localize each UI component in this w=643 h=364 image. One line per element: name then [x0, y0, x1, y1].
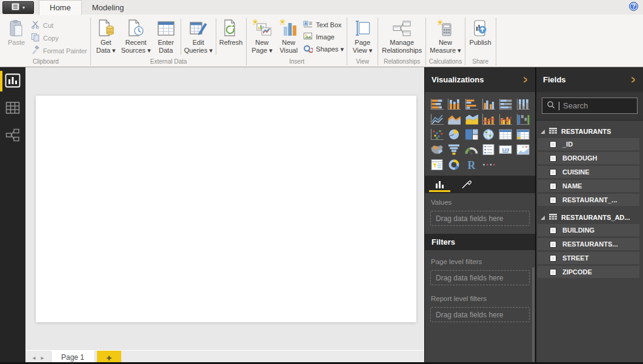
- viz-icon-multi-row-card[interactable]: [481, 143, 497, 156]
- field-checkbox[interactable]: [550, 184, 556, 189]
- report-view-icon: [5, 73, 21, 88]
- new-measure-label-1: New: [439, 39, 452, 47]
- new-measure-button[interactable]: New Measure ▾: [428, 17, 462, 54]
- get-data-button[interactable]: Get Data ▾: [93, 17, 119, 54]
- viz-icon-100-stacked-column-chart[interactable]: [515, 98, 531, 111]
- viz-icon-scatter-chart[interactable]: [429, 128, 445, 141]
- viz-icon-funnel[interactable]: [446, 143, 462, 156]
- new-visual-button[interactable]: New Visual: [275, 17, 302, 54]
- field-checkbox[interactable]: [550, 228, 556, 233]
- get-data-label-2: Data ▾: [96, 47, 116, 55]
- collapse-fields-chevron[interactable]: >: [631, 73, 635, 87]
- shapes-icon: [303, 44, 313, 54]
- field-row[interactable]: NAME: [538, 180, 639, 192]
- report-level-filters-drop-zone[interactable]: Drag data fields here: [430, 307, 530, 322]
- viz-icon-line-chart[interactable]: [429, 113, 445, 126]
- collapse-visualizations-chevron[interactable]: >: [524, 73, 527, 87]
- viz-icon-gauge[interactable]: [463, 143, 479, 156]
- viz-icon-treemap[interactable]: [463, 128, 479, 141]
- field-row[interactable]: CUISINE: [538, 166, 639, 178]
- page-level-filters-drop-zone[interactable]: Drag data fields here: [430, 270, 530, 285]
- field-row[interactable]: BUILDING: [538, 224, 639, 236]
- viz-icon-stacked-column-chart[interactable]: [446, 98, 462, 111]
- viz-icon-map[interactable]: [481, 128, 497, 141]
- report-view-button[interactable]: [4, 73, 22, 88]
- field-checkbox[interactable]: [550, 170, 556, 175]
- search-input[interactable]: [563, 101, 633, 110]
- report-canvas[interactable]: [25, 67, 424, 350]
- viz-icon-line-and-clustered-column-chart[interactable]: [498, 113, 514, 126]
- viz-icon-area-chart[interactable]: [446, 113, 462, 126]
- report-page[interactable]: [36, 96, 416, 322]
- relationships-view-button[interactable]: [4, 127, 22, 143]
- viz-icon-table[interactable]: [498, 128, 514, 141]
- viz-icon-kpi[interactable]: [515, 143, 531, 156]
- data-view-button[interactable]: [4, 100, 22, 116]
- viz-icon-100-stacked-bar-chart[interactable]: [498, 98, 514, 111]
- ribbon-tab-home[interactable]: Home: [39, 0, 82, 15]
- copy-button: Copy: [31, 33, 87, 43]
- field-row[interactable]: STREET: [538, 252, 639, 264]
- field-row[interactable]: _ID: [538, 138, 639, 150]
- viz-icon-clustered-column-chart[interactable]: [481, 98, 497, 111]
- shapes-button[interactable]: Shapes ▾: [303, 44, 344, 54]
- view-group: Page View ▾ View: [347, 16, 378, 67]
- text-box-button[interactable]: A Text Box: [303, 20, 344, 30]
- values-drop-zone[interactable]: Drag data fields here: [430, 211, 530, 226]
- next-page-arrow[interactable]: ▸: [41, 354, 44, 361]
- insert-group: New Page ▾ New Visual A Text Box: [247, 16, 347, 67]
- field-row[interactable]: RESTAURANTS...: [538, 238, 639, 250]
- expand-collapse-triangle[interactable]: [541, 216, 545, 220]
- viz-icon-stacked-bar-chart[interactable]: [429, 98, 445, 111]
- page-view-button[interactable]: Page View ▾: [349, 17, 376, 54]
- viz-icon-waterfall-chart[interactable]: [515, 113, 531, 126]
- cut-label: Cut: [43, 22, 53, 29]
- ribbon-tab-modeling[interactable]: Modeling: [82, 1, 135, 15]
- viz-icon-filled-map[interactable]: [429, 143, 445, 156]
- viz-icon-card[interactable]: 123: [498, 143, 514, 156]
- enter-data-button[interactable]: Enter Data: [153, 17, 179, 54]
- field-checkbox[interactable]: [550, 142, 556, 147]
- svg-text:R: R: [467, 159, 476, 171]
- new-page-button[interactable]: New Page ▾: [248, 17, 275, 54]
- field-name: CUISINE: [562, 168, 590, 176]
- viz-icon-slicer[interactable]: [429, 158, 445, 171]
- viz-icon-more-options[interactable]: [481, 158, 497, 171]
- edit-queries-button[interactable]: Edit Queries ▾: [182, 17, 215, 54]
- viz-icon-pie-chart[interactable]: [446, 128, 462, 141]
- get-data-icon: [96, 18, 116, 39]
- viz-icon-r-script-visual[interactable]: R: [463, 158, 479, 171]
- field-row[interactable]: ZIPCODE: [538, 266, 639, 278]
- refresh-button[interactable]: Refresh: [218, 17, 245, 47]
- field-checkbox[interactable]: [550, 256, 556, 261]
- publish-button[interactable]: Publish: [467, 17, 494, 47]
- viz-icon-stacked-area-chart[interactable]: [463, 113, 479, 126]
- manage-relationships-button[interactable]: Manage Relationships: [380, 17, 424, 54]
- fields-header: Fields >: [536, 67, 643, 92]
- viz-icon-clustered-bar-chart[interactable]: [463, 98, 479, 111]
- field-search-box[interactable]: [542, 98, 638, 114]
- expand-collapse-triangle[interactable]: [541, 130, 545, 134]
- viz-icon-line-and-stacked-column-chart[interactable]: [481, 113, 497, 126]
- file-menu-button[interactable]: ▾: [2, 1, 34, 14]
- field-checkbox[interactable]: [550, 156, 556, 161]
- format-pane-tab[interactable]: [458, 176, 476, 193]
- table-header-restaurants[interactable]: RESTAURANTS: [536, 125, 643, 138]
- values-section: Values Drag data fields here: [425, 193, 535, 234]
- view-switcher-sidebar: [0, 67, 25, 364]
- image-button[interactable]: Image: [303, 32, 344, 42]
- field-row[interactable]: BOROUGH: [538, 152, 639, 164]
- visualizations-scrollbar[interactable]: [532, 267, 535, 364]
- field-checkbox[interactable]: [550, 242, 556, 247]
- recent-sources-button[interactable]: Recent Sources ▾: [119, 17, 153, 54]
- help-icon[interactable]: ?: [629, 2, 638, 11]
- viz-icon-donut-chart[interactable]: [446, 158, 462, 171]
- svg-text:A: A: [304, 21, 307, 25]
- table-header-restaurants-addresses[interactable]: RESTAURANTS_AD...: [536, 211, 643, 224]
- fields-pane-tab[interactable]: [431, 176, 448, 193]
- field-checkbox[interactable]: [550, 197, 556, 203]
- viz-icon-matrix[interactable]: [515, 128, 531, 141]
- field-checkbox[interactable]: [550, 270, 556, 275]
- field-row[interactable]: RESTAURANT_...: [538, 194, 639, 206]
- prev-page-arrow[interactable]: ◂: [32, 354, 35, 361]
